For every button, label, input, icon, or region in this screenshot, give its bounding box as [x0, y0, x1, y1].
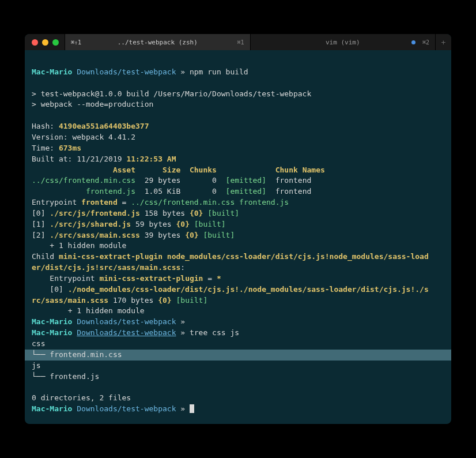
activity-dot-icon: [411, 40, 415, 44]
terminal-output[interactable]: Mac-Mario Downloads/test-webpack » npm r…: [25, 50, 451, 424]
module-size: 170 bytes: [113, 296, 153, 305]
prompt-host: Mac-Mario: [32, 67, 72, 76]
child-colon: :: [180, 263, 185, 272]
tab-vim[interactable]: vim (vim) ⌘2: [250, 34, 436, 50]
module-size: 39 bytes: [145, 231, 181, 239]
entry-eq: =: [122, 198, 127, 207]
stat-label: Built at:: [32, 155, 72, 163]
module-path: ./src/js/frontend.js: [50, 209, 140, 217]
entry-star: *: [217, 274, 221, 283]
plus-icon: +: [441, 38, 446, 47]
add-tab-button[interactable]: +: [435, 34, 451, 50]
asset-name: ../css/frontend.min.css: [32, 176, 135, 185]
asset-name: frontend.js: [86, 187, 135, 196]
module-chunk: {0}: [176, 220, 189, 228]
prompt-path: Downloads/test-webpack: [77, 67, 176, 76]
stat-date: 11/21/2019: [77, 155, 126, 163]
asset-emitted: [emitted]: [226, 176, 266, 185]
output-line: > webpack --mode=production: [32, 100, 153, 108]
prompt-path: Downloads/test-webpack: [77, 317, 176, 326]
prompt-host: Mac-Mario: [32, 328, 72, 337]
module-size: 158 bytes: [145, 209, 185, 217]
module-chunk: {0}: [158, 296, 171, 305]
prompt-sep: »: [180, 404, 185, 413]
tree-summary: 0 directories, 2 files: [32, 393, 131, 402]
tab-title: vim (vim): [326, 39, 360, 46]
entry-files: ../css/frontend.min.css frontend.js: [131, 198, 289, 207]
cursor-icon: [190, 404, 194, 413]
prompt-sep: »: [180, 328, 185, 337]
module-tag: [built]: [176, 296, 207, 305]
child-name: mini-css-extract-plugin node_modules/css…: [59, 252, 429, 261]
prompt-path: Downloads/test-webpack: [77, 404, 176, 413]
module-path: ./src/js/shared.js: [50, 220, 131, 228]
tree-dir: js: [32, 361, 41, 370]
module-tag: [built]: [194, 220, 226, 228]
tree-dir: css: [32, 339, 45, 348]
tree-file: └── frontend.min.css: [32, 350, 122, 359]
terminal-window: ⌘⇧1 ../test-webpack (zsh) ⌘1 vim (vim) ⌘…: [25, 34, 451, 424]
asset-chunk: 0: [212, 176, 217, 185]
stat-label: Version:: [32, 133, 68, 141]
tab-prefix: ⌘⇧1: [71, 39, 81, 46]
stat-value: webpack 4.41.2: [72, 133, 135, 141]
entry-name: mini-css-extract-plugin: [99, 274, 203, 283]
asset-chunk: 0: [212, 187, 217, 196]
zoom-icon[interactable]: [52, 39, 59, 46]
module-size: 59 bytes: [135, 220, 172, 228]
asset-chunkname: frontend: [275, 187, 312, 196]
col-chunknames: Chunk Names: [275, 166, 325, 174]
tab-shortcut: ⌘2: [422, 39, 429, 46]
traffic-lights: [25, 39, 59, 46]
module-path: ./node_modules/css-loader/dist/cjs.js!./…: [68, 285, 429, 294]
module-idx: [1]: [32, 220, 45, 228]
asset-size: 29 bytes: [145, 176, 181, 185]
prompt-host: Mac-Mario: [32, 404, 72, 413]
asset-emitted: [emitted]: [226, 187, 266, 196]
stat-time: 11:22:53 AM: [126, 155, 176, 163]
hidden-module: + 1 hidden module: [68, 306, 145, 315]
stat-label: Time:: [32, 144, 54, 152]
stat-value: 673ms: [59, 144, 81, 152]
prompt-sep: »: [180, 67, 185, 76]
module-idx: [0]: [32, 209, 45, 217]
module-path-cont: rc/sass/main.scss: [32, 296, 108, 305]
close-icon[interactable]: [32, 39, 38, 46]
selected-row: └── frontend.min.css: [25, 350, 451, 361]
module-chunk: {0}: [190, 209, 203, 217]
stat-value: 4190ea551a64403be377: [59, 122, 149, 130]
titlebar: ⌘⇧1 ../test-webpack (zsh) ⌘1 vim (vim) ⌘…: [25, 34, 451, 50]
col-size: Size: [163, 166, 180, 174]
module-chunk: {0}: [185, 231, 198, 239]
module-tag: [built]: [207, 209, 239, 217]
stat-label: Hash:: [32, 122, 54, 130]
entry-label: Entrypoint: [50, 274, 95, 283]
tab-terminal[interactable]: ⌘⇧1 ../test-webpack (zsh) ⌘1: [65, 34, 250, 50]
tab-bar: ⌘⇧1 ../test-webpack (zsh) ⌘1 vim (vim) ⌘…: [65, 34, 451, 50]
prompt-host: Mac-Mario: [32, 317, 72, 326]
command-text: tree css js: [190, 328, 239, 337]
asset-size: 1.05 KiB: [145, 187, 181, 196]
tab-title: ../test-webpack (zsh): [118, 39, 198, 46]
entry-name: frontend: [81, 198, 118, 207]
child-name-cont: er/dist/cjs.js!src/sass/main.scss: [32, 263, 180, 272]
hidden-module: + 1 hidden module: [50, 241, 126, 250]
command-text: npm run build: [190, 67, 248, 76]
module-path: ./src/sass/main.scss: [50, 231, 140, 239]
asset-chunkname: frontend: [275, 176, 312, 185]
tab-shortcut: ⌘1: [237, 39, 244, 46]
col-chunks: Chunks: [190, 166, 217, 174]
minimize-icon[interactable]: [42, 39, 48, 46]
entry-label: Entrypoint: [32, 198, 77, 207]
module-idx: [2]: [32, 231, 45, 239]
prompt-sep: »: [180, 317, 185, 326]
module-idx: [0]: [50, 285, 63, 294]
entry-eq: =: [207, 274, 212, 283]
child-label: Child: [32, 252, 54, 261]
tree-file: └── frontend.js: [32, 372, 99, 381]
module-tag: [built]: [203, 231, 235, 239]
output-line: > test-webpack@1.0.0 build /Users/Mario/…: [32, 89, 311, 98]
prompt-path: Downloads/test-webpack: [77, 328, 176, 337]
col-asset: Asset: [113, 166, 135, 174]
